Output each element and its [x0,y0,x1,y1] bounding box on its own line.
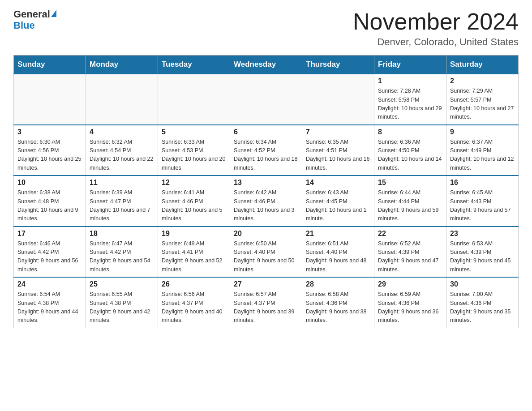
calendar-cell: 27Sunrise: 6:57 AMSunset: 4:37 PMDayligh… [230,277,302,328]
day-info: Sunrise: 6:35 AMSunset: 4:51 PMDaylight:… [306,138,370,173]
day-info: Sunrise: 6:43 AMSunset: 4:45 PMDaylight:… [306,188,370,223]
day-number: 10 [17,179,82,187]
calendar-cell: 2Sunrise: 7:29 AMSunset: 5:57 PMDaylight… [446,74,519,125]
day-number: 29 [378,280,442,288]
weekday-header-friday: Friday [374,56,446,74]
calendar-cell: 20Sunrise: 6:50 AMSunset: 4:40 PMDayligh… [230,227,302,278]
day-info: Sunrise: 6:50 AMSunset: 4:40 PMDaylight:… [234,240,298,274]
day-number: 6 [234,128,298,136]
calendar-cell [302,74,374,125]
calendar-cell: 7Sunrise: 6:35 AMSunset: 4:51 PMDaylight… [302,125,374,176]
day-number: 3 [17,128,82,136]
week-row-4: 17Sunrise: 6:46 AMSunset: 4:42 PMDayligh… [14,227,519,278]
day-number: 5 [162,128,226,136]
day-info: Sunrise: 6:30 AMSunset: 4:56 PMDaylight:… [17,138,82,173]
calendar-cell: 29Sunrise: 6:59 AMSunset: 4:36 PMDayligh… [374,277,446,328]
day-info: Sunrise: 6:56 AMSunset: 4:37 PMDaylight:… [162,290,226,325]
day-number: 7 [306,128,370,136]
day-number: 16 [450,179,515,187]
logo-general-text: General [13,9,50,20]
weekday-header-saturday: Saturday [446,56,519,74]
title-area: November 2024 Denver, Colorado, United S… [353,9,519,48]
day-info: Sunrise: 6:44 AMSunset: 4:44 PMDaylight:… [378,188,442,223]
day-info: Sunrise: 6:53 AMSunset: 4:39 PMDaylight:… [450,240,515,274]
calendar-cell: 11Sunrise: 6:39 AMSunset: 4:47 PMDayligh… [86,176,158,227]
calendar-cell: 18Sunrise: 6:47 AMSunset: 4:42 PMDayligh… [86,227,158,278]
day-number: 30 [450,280,515,288]
calendar-cell: 30Sunrise: 7:00 AMSunset: 4:36 PMDayligh… [446,277,519,328]
day-number: 27 [234,280,298,288]
calendar-cell: 9Sunrise: 6:37 AMSunset: 4:49 PMDaylight… [446,125,519,176]
week-row-3: 10Sunrise: 6:38 AMSunset: 4:48 PMDayligh… [14,176,519,227]
day-info: Sunrise: 6:42 AMSunset: 4:46 PMDaylight:… [234,188,298,223]
calendar-cell: 26Sunrise: 6:56 AMSunset: 4:37 PMDayligh… [158,277,230,328]
day-info: Sunrise: 6:47 AMSunset: 4:42 PMDaylight:… [90,240,154,274]
day-info: Sunrise: 6:36 AMSunset: 4:50 PMDaylight:… [378,138,442,173]
day-info: Sunrise: 6:58 AMSunset: 4:36 PMDaylight:… [306,290,370,325]
calendar-cell: 4Sunrise: 6:32 AMSunset: 4:54 PMDaylight… [86,125,158,176]
day-info: Sunrise: 7:29 AMSunset: 5:57 PMDaylight:… [450,87,515,122]
calendar-cell: 16Sunrise: 6:45 AMSunset: 4:43 PMDayligh… [446,176,519,227]
day-info: Sunrise: 6:45 AMSunset: 4:43 PMDaylight:… [450,188,515,223]
day-number: 23 [450,230,515,238]
logo-triangle-icon [51,10,56,17]
day-number: 14 [306,179,370,187]
calendar-cell: 24Sunrise: 6:54 AMSunset: 4:38 PMDayligh… [14,277,86,328]
calendar-table: SundayMondayTuesdayWednesdayThursdayFrid… [13,55,519,328]
day-number: 24 [17,280,82,288]
day-number: 21 [306,230,370,238]
day-info: Sunrise: 6:37 AMSunset: 4:49 PMDaylight:… [450,138,515,173]
week-row-1: 1Sunrise: 7:28 AMSunset: 5:58 PMDaylight… [14,74,519,125]
calendar-cell: 6Sunrise: 6:34 AMSunset: 4:52 PMDaylight… [230,125,302,176]
day-info: Sunrise: 6:52 AMSunset: 4:39 PMDaylight:… [378,240,442,274]
location-title: Denver, Colorado, United States [353,36,519,48]
week-row-2: 3Sunrise: 6:30 AMSunset: 4:56 PMDaylight… [14,125,519,176]
day-number: 9 [450,128,515,136]
day-info: Sunrise: 6:57 AMSunset: 4:37 PMDaylight:… [234,290,298,325]
day-info: Sunrise: 6:38 AMSunset: 4:48 PMDaylight:… [17,188,82,223]
day-info: Sunrise: 6:55 AMSunset: 4:38 PMDaylight:… [90,290,154,325]
day-info: Sunrise: 6:54 AMSunset: 4:38 PMDaylight:… [17,290,82,325]
calendar-cell: 17Sunrise: 6:46 AMSunset: 4:42 PMDayligh… [14,227,86,278]
day-number: 13 [234,179,298,187]
calendar-cell: 12Sunrise: 6:41 AMSunset: 4:46 PMDayligh… [158,176,230,227]
weekday-header-row: SundayMondayTuesdayWednesdayThursdayFrid… [14,56,519,74]
calendar-cell: 19Sunrise: 6:49 AMSunset: 4:41 PMDayligh… [158,227,230,278]
day-number: 15 [378,179,442,187]
calendar-cell: 1Sunrise: 7:28 AMSunset: 5:58 PMDaylight… [374,74,446,125]
day-info: Sunrise: 6:59 AMSunset: 4:36 PMDaylight:… [378,290,442,325]
day-number: 17 [17,230,82,238]
calendar-cell: 8Sunrise: 6:36 AMSunset: 4:50 PMDaylight… [374,125,446,176]
day-number: 1 [378,77,442,85]
day-number: 8 [378,128,442,136]
calendar-cell: 14Sunrise: 6:43 AMSunset: 4:45 PMDayligh… [302,176,374,227]
day-info: Sunrise: 6:51 AMSunset: 4:40 PMDaylight:… [306,240,370,274]
calendar-cell: 3Sunrise: 6:30 AMSunset: 4:56 PMDaylight… [14,125,86,176]
day-number: 4 [90,128,154,136]
day-info: Sunrise: 6:46 AMSunset: 4:42 PMDaylight:… [17,240,82,274]
day-number: 25 [90,280,154,288]
month-title: November 2024 [353,9,519,34]
day-info: Sunrise: 7:28 AMSunset: 5:58 PMDaylight:… [378,87,442,122]
day-info: Sunrise: 6:33 AMSunset: 4:53 PMDaylight:… [162,138,226,173]
day-info: Sunrise: 6:49 AMSunset: 4:41 PMDaylight:… [162,240,226,274]
calendar-cell: 10Sunrise: 6:38 AMSunset: 4:48 PMDayligh… [14,176,86,227]
day-number: 26 [162,280,226,288]
calendar-cell [86,74,158,125]
calendar-cell: 5Sunrise: 6:33 AMSunset: 4:53 PMDaylight… [158,125,230,176]
page-header: General Blue November 2024 Denver, Color… [13,9,519,48]
day-info: Sunrise: 6:34 AMSunset: 4:52 PMDaylight:… [234,138,298,173]
day-number: 2 [450,77,515,85]
calendar-cell: 23Sunrise: 6:53 AMSunset: 4:39 PMDayligh… [446,227,519,278]
day-info: Sunrise: 7:00 AMSunset: 4:36 PMDaylight:… [450,290,515,325]
day-number: 28 [306,280,370,288]
weekday-header-wednesday: Wednesday [230,56,302,74]
calendar-cell: 22Sunrise: 6:52 AMSunset: 4:39 PMDayligh… [374,227,446,278]
calendar-cell: 28Sunrise: 6:58 AMSunset: 4:36 PMDayligh… [302,277,374,328]
day-info: Sunrise: 6:41 AMSunset: 4:46 PMDaylight:… [162,188,226,223]
day-info: Sunrise: 6:39 AMSunset: 4:47 PMDaylight:… [90,188,154,223]
calendar-cell: 21Sunrise: 6:51 AMSunset: 4:40 PMDayligh… [302,227,374,278]
logo: General Blue [13,9,56,31]
calendar-cell: 25Sunrise: 6:55 AMSunset: 4:38 PMDayligh… [86,277,158,328]
day-info: Sunrise: 6:32 AMSunset: 4:54 PMDaylight:… [90,138,154,173]
